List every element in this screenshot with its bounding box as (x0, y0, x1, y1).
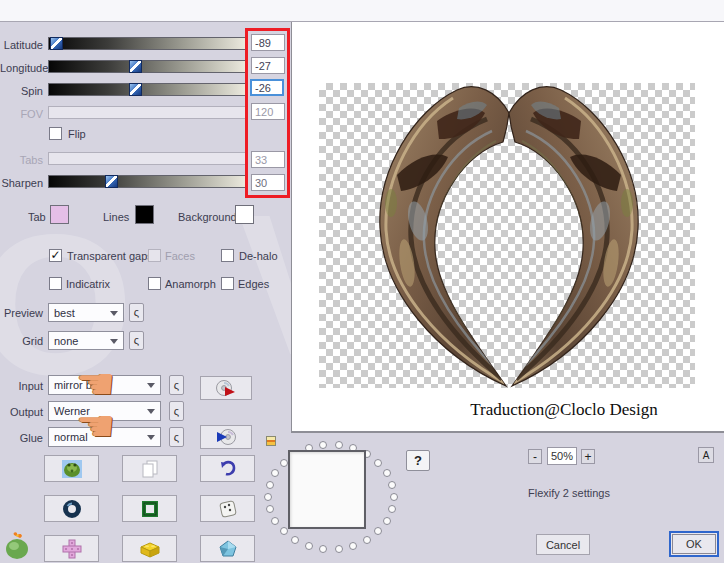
save-settings-cd-icon (215, 428, 237, 446)
preview-random-button[interactable]: ς (129, 303, 144, 322)
load-settings-button[interactable] (200, 376, 252, 400)
edges-checkbox[interactable] (221, 277, 234, 290)
torus-button[interactable] (44, 495, 99, 522)
longitude-slider-handle[interactable] (129, 60, 142, 73)
glue-select-value: normal (54, 431, 88, 443)
memory-dot[interactable] (264, 493, 272, 501)
latitude-value-input[interactable] (251, 34, 285, 51)
zoom-out-button[interactable]: - (528, 449, 542, 464)
preview-panel: Traduction@Cloclo Design (291, 22, 724, 433)
auto-zoom-button[interactable]: A (698, 447, 714, 463)
frame-button[interactable] (122, 495, 177, 522)
chevron-down-icon (147, 435, 155, 440)
memory-dot[interactable] (305, 542, 313, 550)
memory-dot[interactable] (266, 505, 274, 513)
memory-dot[interactable] (319, 545, 327, 553)
spin-slider-handle[interactable] (129, 83, 142, 96)
flaming-pear-logo (2, 531, 34, 561)
longitude-slider[interactable] (48, 60, 247, 73)
dehalo-checkbox[interactable] (221, 249, 234, 262)
memory-dot[interactable] (388, 505, 396, 513)
spin-value-input[interactable] (250, 79, 284, 96)
dice-button[interactable] (200, 495, 255, 522)
memory-dot[interactable] (390, 493, 398, 501)
latitude-slider-handle[interactable] (50, 37, 63, 50)
background-swatch-label: Background (178, 211, 237, 223)
grid-random-button[interactable]: ς (129, 331, 144, 350)
glue-random-button[interactable]: ς (169, 427, 184, 447)
memory-dot[interactable] (271, 469, 279, 477)
flip-label: Flip (68, 128, 86, 140)
output-select[interactable]: Werner (48, 401, 161, 421)
dialog-titlebar (0, 0, 724, 22)
memory-dot[interactable] (374, 459, 382, 467)
edges-label: Edges (238, 278, 269, 290)
memory-dot[interactable] (291, 536, 299, 544)
torus-icon (62, 499, 82, 519)
frame-icon (140, 499, 160, 519)
transparent-gaps-checkbox[interactable]: ✓ (49, 249, 62, 262)
memory-dot[interactable] (383, 517, 391, 525)
sharpen-slider[interactable] (48, 175, 247, 188)
help-button[interactable]: ? (406, 450, 430, 471)
spin-slider[interactable] (48, 83, 247, 96)
output-random-button[interactable]: ς (169, 401, 184, 421)
memory-dot[interactable] (383, 469, 391, 477)
preview-thumbnail-box[interactable] (288, 450, 366, 529)
anamorph-checkbox[interactable] (148, 277, 161, 290)
ok-button-focus-ring: OK (669, 531, 719, 557)
faces-checkbox (148, 249, 161, 262)
flip-checkbox[interactable] (49, 127, 62, 140)
preview-select[interactable]: best (48, 303, 124, 322)
undo-button[interactable] (200, 455, 255, 482)
longitude-label: Longitude (0, 62, 43, 74)
memory-dot[interactable] (280, 459, 288, 467)
memory-dot[interactable] (388, 481, 396, 489)
input-select[interactable]: mirror ball (48, 375, 161, 395)
memory-dot[interactable] (335, 545, 343, 553)
output-select-label: Output (0, 406, 43, 418)
chevron-down-icon (147, 383, 155, 388)
tabs-value-input[interactable] (251, 151, 285, 168)
preview-select-value: best (54, 307, 75, 319)
fov-value-input[interactable] (251, 103, 285, 120)
zoom-in-button[interactable]: + (581, 449, 595, 464)
credit-text: Traduction@Cloclo Design (292, 400, 724, 420)
latitude-label: Latitude (0, 39, 43, 51)
tabs-slider (48, 152, 247, 165)
memory-dot[interactable] (349, 542, 357, 550)
lines-swatch-label: Lines (103, 211, 129, 223)
glue-select[interactable]: normal (48, 427, 161, 447)
sharpen-value-input[interactable] (251, 174, 285, 191)
grid-select-label: Grid (0, 335, 43, 347)
indicatrix-checkbox[interactable] (49, 277, 62, 290)
input-random-button[interactable]: ς (169, 375, 184, 395)
tab-color-swatch[interactable] (50, 205, 69, 224)
crystal-button[interactable] (200, 535, 255, 562)
save-settings-button[interactable] (200, 425, 252, 449)
latitude-slider[interactable] (48, 37, 247, 50)
cube-net-button[interactable] (44, 535, 99, 562)
anamorph-label: Anamorph (165, 278, 216, 290)
memory-dot[interactable] (374, 527, 382, 535)
longitude-value-input[interactable] (251, 57, 285, 74)
memory-dot[interactable] (319, 441, 327, 449)
memory-dot[interactable] (335, 441, 343, 449)
transparent-gaps-label: Transparent gaps (67, 250, 153, 262)
memory-dot[interactable] (280, 527, 288, 535)
brick-button[interactable] (122, 535, 177, 562)
sharpen-slider-handle[interactable] (105, 175, 118, 188)
copy-button[interactable] (122, 455, 177, 482)
faces-label: Faces (165, 250, 195, 262)
lines-color-swatch[interactable] (135, 205, 154, 224)
memory-dot[interactable] (363, 536, 371, 544)
background-color-swatch[interactable] (235, 205, 254, 224)
grid-select[interactable]: none (48, 331, 124, 350)
memory-dot[interactable] (271, 517, 279, 525)
cancel-button[interactable]: Cancel (536, 534, 590, 555)
ok-button[interactable]: OK (672, 534, 716, 554)
chevron-down-icon (110, 311, 118, 316)
frog-button[interactable] (44, 455, 99, 482)
memory-dot[interactable] (266, 481, 274, 489)
transparency-checkerboard (319, 83, 695, 388)
